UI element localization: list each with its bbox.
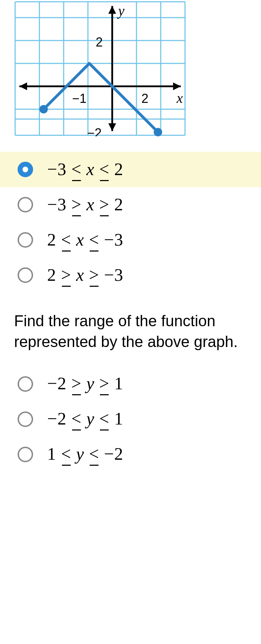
- option-label: 2 < x < −3: [47, 229, 123, 251]
- option-label: −3 < x < 2: [47, 159, 123, 180]
- range-question: Find the range of the function represent…: [14, 310, 247, 352]
- radio-icon: [18, 447, 33, 462]
- svg-point-20: [39, 105, 48, 113]
- option-label: −2 > y > 1: [47, 373, 123, 395]
- y-tick-neg2: −2: [87, 126, 102, 136]
- radio-icon: [18, 232, 33, 248]
- option-label: 1 < y < −2: [47, 444, 123, 465]
- radio-icon: [18, 197, 33, 212]
- x-axis-label: x: [176, 90, 183, 106]
- domain-option-2[interactable]: −3 > x > 2: [0, 187, 261, 222]
- radio-icon: [18, 411, 33, 427]
- y-axis-label: y: [117, 3, 125, 19]
- coordinate-plot: y x 2 −1 −2 2: [14, 1, 186, 136]
- svg-marker-19: [108, 123, 116, 131]
- range-option-1[interactable]: −2 > y > 1: [0, 366, 261, 402]
- radio-icon: [18, 376, 33, 392]
- domain-option-4[interactable]: 2 > x > −3: [0, 258, 261, 293]
- range-option-3[interactable]: 1 < y < −2: [0, 437, 261, 472]
- range-option-2[interactable]: −2 < y < 1: [0, 402, 261, 437]
- option-label: 2 > x > −3: [47, 265, 123, 286]
- range-answer-group: −2 > y > 1 −2 < y < 1 1 < y < −2: [0, 366, 261, 472]
- radio-icon: [18, 162, 33, 177]
- x-tick-2: 2: [141, 91, 148, 106]
- radio-icon: [18, 267, 33, 283]
- x-tick-neg1: −1: [72, 91, 87, 106]
- option-label: −3 > x > 2: [47, 194, 123, 216]
- domain-option-1[interactable]: −3 < x < 2: [0, 152, 261, 187]
- svg-marker-17: [19, 82, 27, 90]
- domain-option-3[interactable]: 2 < x < −3: [0, 222, 261, 258]
- option-label: −2 < y < 1: [47, 408, 123, 430]
- svg-marker-16: [173, 82, 181, 90]
- domain-answer-group: −3 < x < 2 −3 > x > 2 2 < x < −3 2 > x >…: [0, 152, 261, 293]
- svg-point-21: [154, 128, 162, 136]
- graph: y x 2 −1 −2 2: [14, 0, 261, 138]
- y-tick-2: 2: [96, 35, 103, 49]
- svg-marker-18: [108, 6, 116, 14]
